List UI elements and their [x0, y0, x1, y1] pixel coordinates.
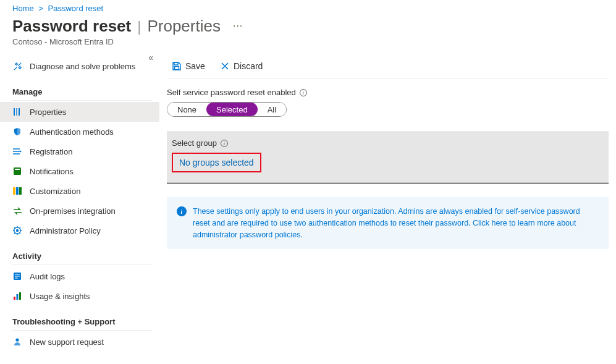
section-divider: [167, 183, 609, 184]
properties-icon: [12, 107, 22, 117]
sidebar-item-onprem[interactable]: On-premises integration: [0, 201, 159, 221]
info-icon[interactable]: i: [300, 89, 307, 96]
support-icon: [12, 337, 22, 347]
sidebar-item-label: Customization: [30, 187, 80, 196]
save-button[interactable]: Save: [169, 60, 208, 72]
sidebar-item-usage-insights[interactable]: Usage & insights: [0, 286, 159, 306]
breadcrumb-home[interactable]: Home: [12, 4, 34, 13]
sidebar-item-auth-methods[interactable]: Authentication methods: [0, 122, 159, 142]
toolbar: Save Discard: [167, 54, 609, 79]
sidebar-item-admin-policy[interactable]: Administrator Policy: [0, 221, 159, 240]
sidebar-heading-activity: Activity: [0, 247, 159, 263]
page-title-sub: Properties: [147, 17, 221, 36]
sidebar: « Diagnose and solve problems Manage Pro…: [0, 54, 159, 362]
info-icon[interactable]: i: [221, 140, 228, 147]
breadcrumb: Home > Password reset: [0, 0, 616, 15]
customization-icon: [12, 186, 22, 196]
no-groups-highlight: No groups selected: [172, 153, 261, 172]
svg-rect-15: [174, 62, 178, 65]
more-actions-button[interactable]: ···: [230, 20, 245, 32]
svg-rect-6: [16, 187, 19, 195]
collapse-sidebar-button[interactable]: «: [148, 53, 153, 62]
registration-icon: [12, 146, 22, 156]
svg-rect-1: [16, 108, 17, 116]
sidebar-item-notifications[interactable]: Notifications: [0, 161, 159, 181]
sidebar-divider: [12, 265, 152, 265]
svg-rect-16: [175, 67, 179, 70]
info-banner-text[interactable]: These settings only apply to end users i…: [193, 206, 599, 240]
svg-point-14: [15, 338, 19, 341]
svg-rect-13: [19, 292, 21, 300]
notifications-icon: [12, 166, 22, 176]
breadcrumb-current[interactable]: Password reset: [48, 4, 104, 13]
sidebar-item-label: Administrator Policy: [30, 226, 101, 235]
info-banner: i These settings only apply to end users…: [167, 197, 609, 249]
chart-icon: [12, 291, 22, 301]
sidebar-item-customization[interactable]: Customization: [0, 181, 159, 201]
sync-icon: [12, 206, 22, 216]
sidebar-item-label: Diagnose and solve problems: [30, 62, 135, 71]
svg-rect-0: [14, 108, 15, 116]
page-header: Password reset | Properties ··· Contoso …: [0, 15, 616, 54]
sidebar-item-properties[interactable]: Properties: [0, 102, 159, 122]
sspr-option-group: None Selected All: [167, 102, 287, 117]
sidebar-item-audit-logs[interactable]: Audit logs: [0, 266, 159, 286]
discard-label: Discard: [234, 61, 263, 71]
svg-point-9: [16, 229, 19, 232]
sidebar-item-label: On-premises integration: [30, 206, 116, 216]
svg-rect-12: [17, 294, 19, 300]
sidebar-item-label: Notifications: [30, 167, 74, 176]
discard-icon: [220, 61, 230, 71]
sidebar-divider: [12, 100, 152, 101]
page-title-separator: |: [137, 18, 141, 35]
save-icon: [172, 61, 182, 71]
sidebar-item-diagnose[interactable]: Diagnose and solve problems: [0, 56, 159, 76]
sidebar-heading-support: Troubleshooting + Support: [0, 312, 159, 329]
gear-icon: [12, 226, 22, 235]
svg-rect-7: [19, 187, 22, 195]
main-content: Save Discard Self service password reset…: [159, 54, 616, 362]
sspr-option-selected[interactable]: Selected: [206, 103, 258, 116]
sspr-option-all[interactable]: All: [258, 103, 286, 116]
sidebar-item-label: Authentication methods: [30, 127, 114, 137]
sidebar-heading-manage: Manage: [0, 82, 159, 99]
breadcrumb-separator: >: [38, 4, 43, 13]
sidebar-item-new-support[interactable]: New support request: [0, 332, 159, 352]
svg-rect-2: [19, 108, 20, 116]
sspr-enabled-label: Self service password reset enabled i: [167, 88, 609, 97]
sidebar-item-registration[interactable]: Registration: [0, 142, 159, 161]
select-group-label: Select group i: [172, 138, 604, 148]
page-title-main: Password reset: [12, 17, 131, 36]
svg-rect-4: [15, 169, 20, 170]
page-subtitle: Contoso - Microsoft Entra ID: [12, 37, 604, 46]
shield-icon: [12, 127, 22, 137]
svg-rect-5: [13, 187, 15, 195]
sidebar-item-label: Properties: [30, 108, 66, 117]
select-group-section: Select group i No groups selected: [167, 132, 609, 183]
discard-button[interactable]: Discard: [217, 60, 265, 72]
svg-rect-11: [14, 297, 15, 300]
no-groups-selected-link[interactable]: No groups selected: [179, 158, 254, 167]
sidebar-item-label: Usage & insights: [30, 292, 90, 301]
logs-icon: [12, 271, 22, 281]
sidebar-divider: [12, 330, 152, 331]
save-label: Save: [185, 61, 205, 71]
svg-rect-3: [14, 167, 21, 175]
sidebar-item-label: Registration: [30, 147, 72, 156]
sspr-option-none[interactable]: None: [167, 103, 206, 116]
sidebar-item-label: Audit logs: [30, 272, 65, 281]
sidebar-item-label: New support request: [30, 337, 104, 347]
diagnose-icon: [12, 61, 22, 71]
info-banner-icon: i: [177, 206, 187, 216]
